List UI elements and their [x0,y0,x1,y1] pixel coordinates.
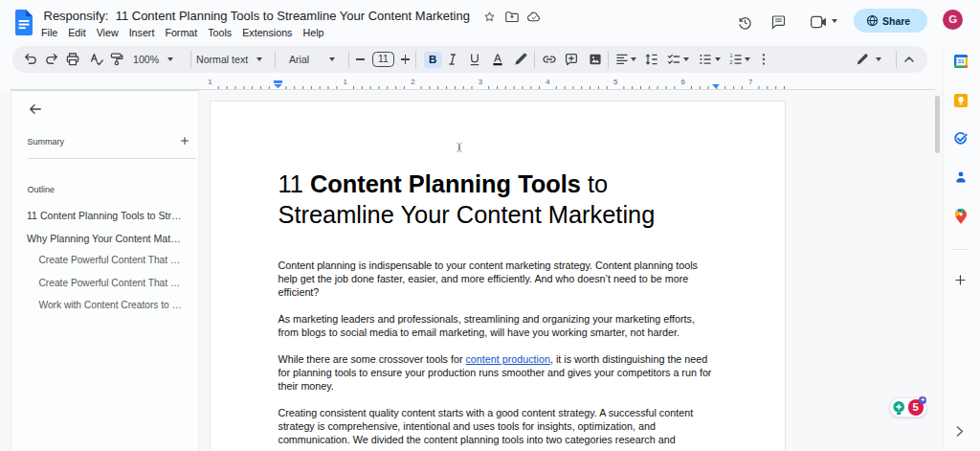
svg-text:2: 2 [411,78,414,86]
svg-text:1: 1 [208,78,212,86]
svg-text:1: 1 [730,53,733,58]
svg-text:2: 2 [730,59,733,65]
svg-text:3: 3 [479,78,482,86]
svg-text:5: 5 [613,78,618,86]
svg-text:6: 6 [680,78,684,86]
svg-text:31: 31 [957,57,964,64]
svg-text:1: 1 [344,78,347,86]
svg-text:4: 4 [546,78,550,86]
svg-text:7: 7 [748,78,752,86]
